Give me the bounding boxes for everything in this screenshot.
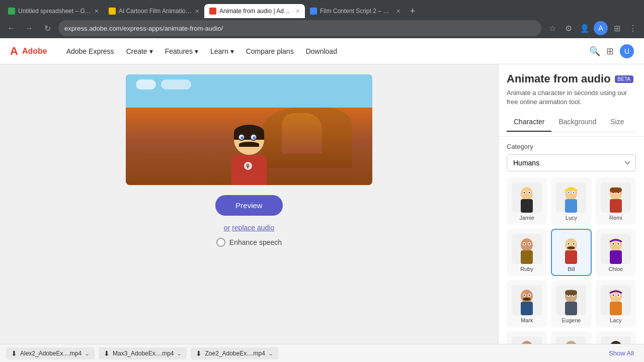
search-button[interactable]: 🔍 [589,46,600,57]
address-input[interactable]: express.adobe.com/express-apps/animate-f… [58,20,541,36]
show-all-button[interactable]: Show All [605,347,638,359]
adobe-a-logo: A [10,45,18,58]
tab-spreadsheet[interactable]: Untitled spreadsheet – Google ... × [3,4,104,18]
replace-audio-link-label[interactable]: replace audio [232,224,274,232]
tab-label-film: Film Content Script 2 – Googl... [320,8,393,15]
svg-rect-59 [565,290,577,295]
grid-apps-button[interactable]: ⊞ [606,46,614,57]
more-options-icon[interactable]: ⋮ [626,21,640,35]
svg-point-28 [529,243,530,245]
replace-audio-text: or replace audio [224,224,274,232]
svg-rect-24 [521,250,533,264]
nav-create[interactable]: Create ▾ [121,44,158,58]
svg-rect-54 [565,302,577,315]
character-card-mark[interactable]: Mark [507,280,547,327]
user-avatar-header[interactable]: U [620,44,634,58]
svg-point-65 [612,295,614,296]
character-image-remi [601,183,631,213]
character-name-eugene: Eugene [562,317,581,323]
enhance-speech-radio[interactable] [216,238,225,247]
character-card-lacy[interactable]: Lacy [596,280,636,327]
header-nav: Adobe Express Create ▾ Features ▾ Learn … [61,44,342,58]
enhance-speech-label: Enhance speech [229,238,282,246]
character-name-mark: Mark [521,317,533,323]
download-chevron-2[interactable]: ⌄ [177,350,182,357]
nav-features-label: Features [165,47,193,55]
tab-label-spreadsheet: Untitled spreadsheet – Google ... [18,8,92,15]
nav-compare-plans[interactable]: Compare plans [241,44,299,58]
download-label-3: Zoe2_AdobeEx....mp4 [205,350,265,357]
nav-adobe-express[interactable]: Adobe Express [61,44,119,58]
panel-title-area: Animate from audio BETA Animate a charac… [499,64,644,137]
character-head [234,125,264,155]
rock-formation-secondary [282,113,322,153]
nav-learn-chevron: ▾ [230,47,234,55]
preview-button[interactable]: Preview [215,195,282,216]
tab-favicon-film [310,8,317,15]
svg-point-66 [617,295,619,296]
character-image-eugene [556,285,586,315]
tab-favicon-spreadsheet [8,8,15,15]
tab-close-adobe[interactable]: × [296,7,300,15]
bookmark-icon[interactable]: ☆ [545,21,559,35]
tab-background[interactable]: Background [551,113,603,132]
svg-rect-16 [610,199,622,213]
character-image-lacy [601,285,631,315]
character-card-jamie[interactable]: Jamie [507,177,547,225]
extensions-icon[interactable]: ⚙ [561,21,576,35]
header-right: 🔍 ⊞ U [589,44,634,58]
category-label: Category [507,143,636,150]
download-chevron-3[interactable]: ⌄ [268,350,273,357]
tab-favicon-cartoon [109,8,116,15]
character-image-ruby [512,234,542,264]
svg-point-6 [529,192,530,194]
forward-button[interactable]: → [22,21,36,35]
tab-cartoon[interactable]: AI Cartoon Film Animation – C... × [104,4,204,18]
profile-icon[interactable]: 👤 [578,21,592,35]
category-select[interactable]: Humans Animals Fantasy Robots [507,154,636,171]
tab-size[interactable]: Size [603,113,631,132]
tab-favicon-adobe [209,8,216,15]
browser-chrome: Untitled spreadsheet – Google ... × AI C… [0,0,644,38]
character-name-lucy: Lucy [566,215,577,221]
svg-point-35 [573,243,575,245]
tab-adobe-animate[interactable]: Animate from audio | Adobe E... × [204,4,305,18]
character-eyes [238,134,257,141]
nav-download-label: Download [306,47,337,55]
character-card-ruby[interactable]: Ruby [507,229,547,276]
user-avatar[interactable]: A [594,21,608,35]
character-body [231,155,267,185]
download-item-3[interactable]: ⬇ Zoe2_AdobeEx....mp4 ⌄ [191,347,278,359]
tab-close-cartoon[interactable]: × [195,7,199,15]
tab-character[interactable]: Character [507,113,551,132]
tab-film-script[interactable]: Film Content Script 2 – Googl... × [305,4,406,18]
tab-close-spreadsheet[interactable]: × [95,7,99,15]
nav-features[interactable]: Features ▾ [160,44,203,58]
new-tab-button[interactable]: + [406,4,420,18]
adobe-logo[interactable]: A Adobe [10,45,47,58]
cloud-1 [136,79,156,89]
character-name-chloe: Chloe [608,266,623,272]
back-button[interactable]: ← [4,21,18,35]
download-chevron-1[interactable]: ⌄ [85,350,90,357]
character-card-remi[interactable]: Remi [596,177,636,225]
main-content: 🎙 Preview or replace audio Enhance speec… [0,64,644,362]
download-item-2[interactable]: ⬇ Max3_AdobeEx....mp4 ⌄ [99,347,187,359]
nav-learn[interactable]: Learn ▾ [205,44,239,58]
svg-rect-62 [610,302,622,315]
canvas-area: 🎙 Preview or replace audio Enhance speec… [0,64,498,362]
reload-button[interactable]: ↻ [40,21,54,35]
tab-close-film[interactable]: × [396,7,400,15]
tab-bar: Untitled spreadsheet – Google ... × AI C… [0,0,644,18]
nav-compare-plans-label: Compare plans [246,47,294,55]
character-card-lucy[interactable]: Lucy [551,177,591,225]
character-card-chloe[interactable]: Chloe [596,229,636,276]
character-card-eugene[interactable]: Eugene [551,280,591,327]
nav-download[interactable]: Download [301,44,342,58]
grid-icon[interactable]: ⊞ [610,21,624,35]
characters-grid: Jamie [507,177,636,362]
address-text: express.adobe.com/express-apps/animate-f… [64,25,223,32]
download-item-1[interactable]: ⬇ Alex2_AdobeEx....mp4 ⌄ [6,347,95,359]
character-card-bill[interactable]: Bill [551,229,591,276]
address-bar: ← → ↻ express.adobe.com/express-apps/ani… [0,18,644,38]
